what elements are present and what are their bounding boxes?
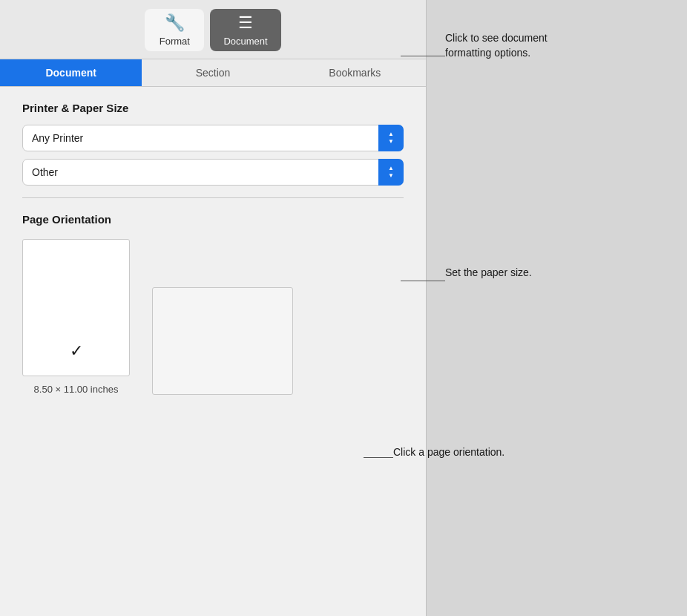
portrait-option[interactable]: ✓ 8.50 × 11.00 inches	[22, 239, 130, 395]
callout-2-text: Set the paper size.	[445, 266, 532, 278]
callout-2-line	[401, 281, 445, 281]
inspector-panel: 🔧 Format ☰ Document Document Section Boo…	[0, 0, 427, 616]
paper-select-wrapper: Other Letter A4 Legal	[22, 159, 404, 186]
callout-document-formatting: Click to see documentformatting options.	[445, 31, 548, 60]
callout-3-text: Click a page orientation.	[393, 446, 504, 458]
printer-select[interactable]: Any Printer Default Printer	[22, 125, 404, 151]
callout-1-line	[401, 56, 445, 56]
format-button[interactable]: 🔧 Format	[145, 9, 204, 51]
format-label: Format	[160, 36, 190, 47]
tab-bar: Document Section Bookmarks	[0, 59, 426, 87]
portrait-preview: ✓	[22, 239, 130, 376]
orientation-options: ✓ 8.50 × 11.00 inches	[22, 239, 404, 395]
tab-document[interactable]: Document	[0, 59, 142, 86]
landscape-option[interactable]	[152, 287, 293, 395]
toolbar: 🔧 Format ☰ Document	[0, 0, 426, 59]
orientation-section: Page Orientation ✓ 8.50 × 11.00 inches	[22, 213, 404, 395]
callout-1-text: Click to see documentformatting options.	[445, 32, 548, 59]
portrait-label: 8.50 × 11.00 inches	[34, 384, 119, 395]
section-divider	[22, 197, 404, 198]
callout-3-line	[364, 457, 393, 458]
document-label: Document	[223, 36, 267, 47]
document-icon: ☰	[238, 13, 253, 33]
format-icon: 🔧	[165, 13, 185, 33]
landscape-preview	[152, 287, 293, 395]
document-button[interactable]: ☰ Document	[210, 9, 280, 51]
panel-content: Printer & Paper Size Any Printer Default…	[0, 87, 426, 410]
printer-select-wrapper: Any Printer Default Printer	[22, 125, 404, 151]
callout-paper-size: Set the paper size.	[445, 266, 532, 281]
paper-select[interactable]: Other Letter A4 Legal	[22, 159, 404, 186]
tab-section[interactable]: Section	[142, 59, 283, 86]
portrait-checkmark: ✓	[70, 341, 83, 361]
tab-bookmarks[interactable]: Bookmarks	[284, 59, 426, 86]
orientation-section-title: Page Orientation	[22, 213, 404, 226]
callout-orientation: Click a page orientation.	[393, 445, 504, 460]
printer-section-title: Printer & Paper Size	[22, 102, 404, 114]
